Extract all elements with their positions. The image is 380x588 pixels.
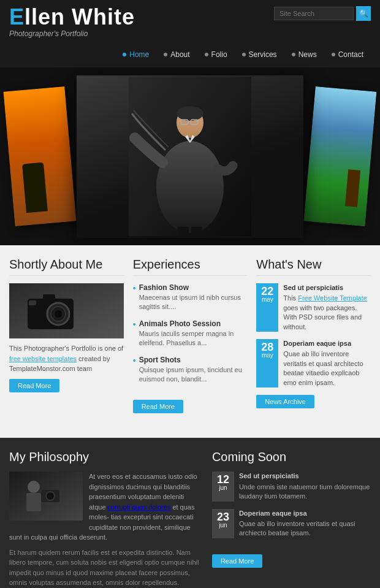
nav-label: About (170, 50, 189, 59)
experiences-title: Experiences (133, 258, 248, 276)
coming-title-1: Sed ut perspiciatis (239, 472, 371, 481)
about-title: Shortly About Me (9, 258, 124, 276)
logo-area: Ellen White Photographer's Portfolio (9, 6, 135, 38)
svg-point-14 (55, 310, 62, 318)
nav-item-contact[interactable]: Contact (324, 48, 371, 61)
svg-rect-9 (191, 227, 202, 236)
coming-date-month-1: jun (216, 485, 230, 491)
exp-desc-3: Quisque ipsum ipsum, tincidunt eu euismo… (139, 365, 248, 384)
philosophy-title: My Philosophy (9, 450, 200, 464)
exp-read-more[interactable]: Read More (133, 400, 183, 413)
nav-item-folio[interactable]: Folio (197, 48, 235, 61)
slide-right-inner (304, 86, 377, 226)
nav-item-services[interactable]: Services (235, 48, 284, 61)
search-area: 🔍 (274, 6, 371, 21)
slide-main (77, 75, 303, 238)
coming-date-num-2: 23 (216, 511, 230, 522)
coming-date-2: 23 jun (212, 509, 234, 538)
logo-title: Ellen White (9, 6, 135, 28)
phil-link[interactable]: corrupti quos dolores (108, 503, 171, 511)
nav-item-news[interactable]: News (284, 48, 324, 61)
about-image (9, 283, 124, 338)
about-column: Shortly About Me (9, 258, 124, 413)
news-date-2: 28 may (256, 339, 278, 388)
svg-point-18 (28, 481, 40, 493)
svg-point-1 (156, 141, 224, 233)
experience-item-3: Sport Shots Quisque ipsum ipsum, tincidu… (133, 356, 248, 384)
exp-title-2: Animals Photo Session (139, 319, 248, 328)
dark-section: My Philosophy (0, 438, 380, 588)
nav-dot (242, 53, 246, 56)
coming-date-month-2: jun (216, 522, 230, 529)
logo-rest: llen (25, 4, 72, 29)
coming-title-2: Doperiam eaque ipsa (239, 509, 371, 518)
news-date-num-2: 28 (260, 342, 275, 353)
logo-subtitle: Photographer's Portfolio (9, 29, 135, 38)
svg-rect-15 (43, 294, 55, 302)
navigation: Home About Folio Services News Contact (0, 44, 380, 67)
news-date-month-1: may (260, 297, 275, 303)
header: Ellen White Photographer's Portfolio 🔍 (0, 0, 380, 44)
news-date-1: 22 may (256, 283, 278, 332)
logo-e: E (9, 4, 25, 29)
about-link[interactable]: free website templates (9, 355, 77, 362)
philosophy-body: Et harum quidem rerum facilis est et exp… (9, 548, 200, 588)
news-item-1: 22 may Sed ut perspiciatis This Free Web… (256, 283, 371, 332)
nav-label: Services (249, 50, 277, 59)
news-date-num-1: 22 (260, 286, 275, 297)
news-title-2: Doperiam eaque ipsa (283, 339, 371, 348)
nav-item-about[interactable]: About (156, 48, 197, 61)
svg-point-3 (177, 106, 203, 121)
slide-main-inner (77, 75, 303, 238)
coming-soon-read-more[interactable]: Read More (212, 554, 262, 568)
about-text: This Photographer's Portfolio is one of … (9, 343, 124, 374)
slide-right-tree (345, 169, 360, 207)
exp-desc-2: Mauris iaculis semper magna in eleifend.… (139, 329, 248, 348)
nav-item-home[interactable]: Home (115, 48, 156, 61)
news-content-1: Sed ut perspiciatis This Free Website Te… (283, 283, 371, 332)
about-read-more[interactable]: Read More (9, 379, 59, 392)
experience-item-1: Fashion Show Maecenas ut ipsum id nibh c… (133, 283, 248, 312)
news-date-month-2: may (260, 353, 275, 359)
exp-title-1: Fashion Show (139, 283, 248, 292)
svg-point-21 (46, 492, 55, 500)
nav-dot (164, 53, 167, 56)
coming-content-2: Doperiam eaque ipsa Quae ab illo invento… (239, 509, 371, 538)
nav-label: News (298, 50, 317, 59)
coming-item-2: 23 jun Doperiam eaque ipsa Quae ab illo … (212, 509, 371, 538)
phil-svg (9, 472, 83, 521)
slide-right (304, 86, 377, 226)
news-item-2: 28 may Doperiam eaque ipsa Quae ab illo … (256, 339, 371, 388)
coming-date-num-1: 12 (216, 474, 230, 485)
philosophy-image (9, 472, 83, 521)
search-button[interactable]: 🔍 (356, 6, 371, 21)
svg-rect-16 (29, 300, 36, 305)
news-link-1[interactable]: Free Website Template (298, 294, 367, 302)
svg-rect-8 (178, 227, 189, 236)
slide-left (4, 86, 77, 226)
nav-label: Folio (211, 50, 227, 59)
logo-last: White (72, 4, 135, 29)
nav-dot (332, 53, 335, 56)
hero-figure-svg (129, 77, 251, 236)
news-title-1: Sed ut perspiciatis (283, 283, 371, 292)
nav-label: Home (129, 50, 149, 59)
nav-label: Contact (338, 50, 363, 59)
coming-content-1: Sed ut perspiciatis Unde omnis iste natu… (239, 472, 371, 501)
slide-left-inner (4, 86, 77, 226)
nav-dot (123, 53, 126, 56)
exp-desc-1: Maecenas ut ipsum id nibh cursus sagitti… (139, 293, 248, 312)
whats-new-title: What's New (256, 258, 371, 276)
coming-soon-title: Coming Soon (212, 450, 371, 464)
news-archive-button[interactable]: News Archive (256, 395, 314, 408)
exp-title-3: Sport Shots (139, 356, 248, 364)
three-columns: Shortly About Me (9, 258, 371, 413)
coming-soon-column: Coming Soon 12 jun Sed ut perspiciatis U… (212, 450, 371, 588)
experience-item-2: Animals Photo Session Mauris iaculis sem… (133, 319, 248, 348)
hero-slider (0, 67, 380, 245)
main-content: Shortly About Me (0, 245, 380, 438)
search-input[interactable] (274, 7, 354, 20)
news-content-2: Doperiam eaque ipsa Quae ab illo invento… (283, 339, 371, 388)
svg-rect-19 (26, 493, 41, 511)
nav-dot (205, 53, 208, 56)
